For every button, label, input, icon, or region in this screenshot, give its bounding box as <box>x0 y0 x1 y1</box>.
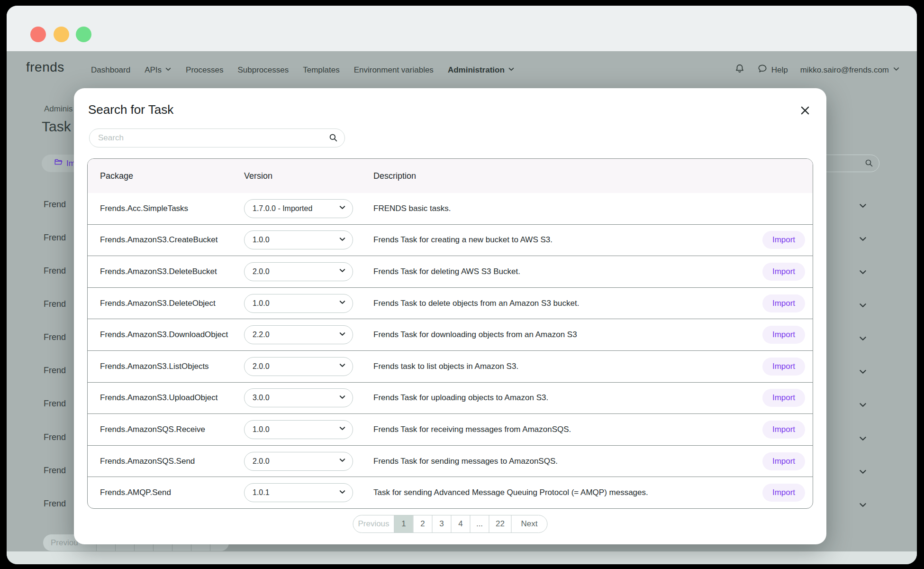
page-button-4[interactable]: 4 <box>451 515 470 532</box>
list-item: Frend <box>44 266 66 277</box>
package-description: Task for sending Advanced Message Queuin… <box>373 488 648 497</box>
import-button[interactable]: Import <box>762 358 805 376</box>
pagination-ellipsis: ... <box>470 515 489 532</box>
close-icon[interactable] <box>799 104 811 117</box>
list-item: Frend <box>44 332 66 344</box>
list-item: Frend <box>44 499 66 510</box>
table-row: Frends.Acc.SimpleTasks 1.7.0.0 - Importe… <box>88 193 813 224</box>
table-row: Frends.AmazonSQS.Receive 1.0.0 Frends Ta… <box>88 413 813 445</box>
package-name: Frends.Acc.SimpleTasks <box>100 204 188 213</box>
version-select[interactable]: 1.0.0 <box>244 420 353 439</box>
table-row: Frends.AmazonS3.DeleteBucket 2.0.0 Frend… <box>88 256 813 287</box>
task-package-table: Package Version Description Frends.Acc.S… <box>87 158 813 509</box>
version-select[interactable]: 1.7.0.0 - Imported <box>244 199 353 218</box>
version-select[interactable]: 2.0.0 <box>244 357 353 376</box>
version-select[interactable]: 2.2.0 <box>244 325 353 344</box>
version-select[interactable]: 2.0.0 <box>244 262 353 281</box>
app-window: frends Dashboard APIs Processes Subproce… <box>7 6 917 564</box>
table-row: Frends.AmazonS3.UploadObject 3.0.0 Frend… <box>88 382 813 414</box>
package-description: Frends Task for receiving messages from … <box>373 425 571 434</box>
page-button-2[interactable]: 2 <box>413 515 432 532</box>
traffic-light-close-button[interactable] <box>30 27 46 42</box>
package-description: Frends Task to delete objects from an Am… <box>373 299 579 308</box>
package-name: Frends.AmazonS3.DeleteBucket <box>100 267 217 276</box>
version-select[interactable]: 1.0.0 <box>244 230 353 249</box>
import-button[interactable]: Import <box>762 452 805 470</box>
chevron-down-icon[interactable] <box>859 501 867 511</box>
dialog-title: Search for Task <box>88 102 173 117</box>
chevron-down-icon[interactable] <box>859 334 867 345</box>
chevron-down-icon <box>339 204 346 213</box>
page-button-1[interactable]: 1 <box>394 515 413 532</box>
package-description: Frends Task for creating a new bucket to… <box>373 235 553 245</box>
previous-page-button[interactable]: Previous <box>353 515 394 532</box>
package-description: Frends Task for sending messages to Amaz… <box>373 457 558 466</box>
list-item: Frend <box>44 466 66 477</box>
traffic-light-minimize-button[interactable] <box>54 27 69 42</box>
titlebar <box>7 6 917 51</box>
column-header-version: Version <box>244 171 272 181</box>
list-item: Frend <box>44 299 66 311</box>
package-name: Frends.AMQP.Send <box>100 488 171 497</box>
package-description: Frends Task for uploading objects to Ama… <box>373 393 548 403</box>
chevron-down-icon[interactable] <box>859 301 867 312</box>
import-button[interactable]: Import <box>762 231 805 249</box>
table-row: Frends.AmazonS3.DeleteObject 1.0.0 Frend… <box>88 287 813 319</box>
dialog-pagination: Previous 1 2 3 4 ... 22 Next <box>353 515 548 533</box>
package-name: Frends.AmazonS3.CreateBucket <box>100 235 218 245</box>
page-button-22[interactable]: 22 <box>489 515 511 532</box>
table-row: Frends.AmazonS3.DownloadObject 2.2.0 Fre… <box>88 319 813 350</box>
chevron-down-icon <box>339 425 346 434</box>
table-row: Frends.AmazonSQS.Send 2.0.0 Frends Task … <box>88 445 813 477</box>
chevron-down-icon <box>339 299 346 308</box>
list-item: Frend <box>44 432 66 444</box>
search-field <box>89 128 345 147</box>
import-button[interactable]: Import <box>762 421 805 439</box>
import-button[interactable]: Import <box>762 389 805 407</box>
chevron-down-icon[interactable] <box>859 434 867 445</box>
chevron-down-icon <box>339 394 346 403</box>
chevron-down-icon <box>339 330 346 340</box>
chevron-down-icon <box>339 236 346 245</box>
package-name: Frends.AmazonS3.DeleteObject <box>100 299 216 308</box>
list-item: Frend <box>44 399 66 410</box>
version-select[interactable]: 3.0.0 <box>244 388 353 407</box>
chevron-down-icon[interactable] <box>859 268 867 278</box>
package-description: FRENDS basic tasks. <box>373 204 451 213</box>
package-description: Frends Task for downloading objects from… <box>373 330 577 340</box>
traffic-light-zoom-button[interactable] <box>76 27 91 42</box>
page-title: Task <box>42 119 71 135</box>
package-name: Frends.AmazonS3.DownloadObject <box>100 330 228 340</box>
import-button[interactable]: Import <box>762 484 805 502</box>
search-for-task-dialog: Search for Task Package Version Descript… <box>74 88 826 544</box>
breadcrumb: Adminis <box>44 104 72 114</box>
chevron-down-icon[interactable] <box>859 235 867 245</box>
chevron-down-icon <box>339 488 346 497</box>
chevron-down-icon[interactable] <box>859 202 867 212</box>
package-description: Frends Task for deleting AWS S3 Bucket. <box>373 267 520 276</box>
table-row: Frends.AmazonS3.CreateBucket 1.0.0 Frend… <box>88 224 813 256</box>
version-select[interactable]: 1.0.1 <box>244 483 353 502</box>
table-header: Package Version Description <box>88 159 813 193</box>
page-button-3[interactable]: 3 <box>432 515 451 532</box>
chevron-down-icon <box>339 267 346 276</box>
chevron-down-icon[interactable] <box>859 367 867 378</box>
next-page-button[interactable]: Next <box>511 515 547 532</box>
table-row: Frends.AmazonS3.ListObjects 2.0.0 Frends… <box>88 350 813 382</box>
window-footer-strip <box>7 551 917 564</box>
column-header-description: Description <box>373 171 416 181</box>
folder-icon <box>54 158 63 169</box>
version-select[interactable]: 1.0.0 <box>244 294 353 313</box>
chevron-down-icon[interactable] <box>859 468 867 478</box>
search-input[interactable] <box>89 128 345 147</box>
chevron-down-icon <box>339 457 346 466</box>
chevron-down-icon[interactable] <box>859 401 867 411</box>
chevron-down-icon <box>339 362 346 371</box>
list-item: Frend <box>44 366 66 377</box>
version-select[interactable]: 2.0.0 <box>244 452 353 471</box>
import-button[interactable]: Import <box>762 294 805 312</box>
table-row: Frends.AMQP.Send 1.0.1 Task for sending … <box>88 477 813 508</box>
import-button[interactable]: Import <box>762 263 805 281</box>
import-button[interactable]: Import <box>762 326 805 344</box>
list-item: Frend <box>44 233 66 244</box>
